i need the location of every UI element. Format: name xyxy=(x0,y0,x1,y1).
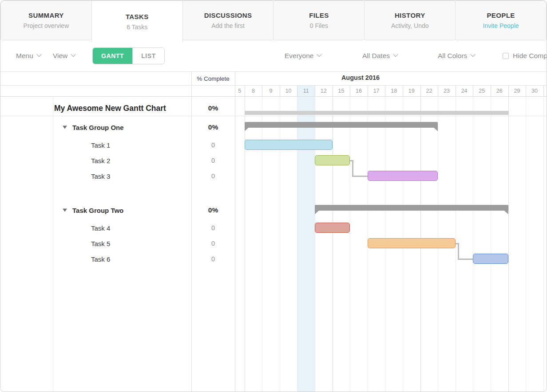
task-label: Task 6 xyxy=(91,255,110,263)
task-percent: 0 xyxy=(191,172,235,180)
gutter-divider xyxy=(53,96,53,392)
day-header-separator xyxy=(245,86,245,96)
tab-tasks-sublabel: 6 Tasks xyxy=(127,24,147,31)
day-header-10: 10 xyxy=(280,86,297,96)
project-row-divider xyxy=(0,116,547,116)
day-header-9: 9 xyxy=(262,86,280,96)
percent-complete-header: % Complete xyxy=(191,72,235,85)
colors-filter-dropdown[interactable]: All Colors xyxy=(438,52,475,60)
task-bar-task-3[interactable] xyxy=(368,171,438,181)
project-percent: 0% xyxy=(191,104,235,112)
tab-people[interactable]: PEOPLE Invite People xyxy=(455,0,547,40)
hide-completed-label: Hide Completed xyxy=(513,52,547,60)
day-header-separator xyxy=(438,86,438,96)
group-bracket-left xyxy=(315,211,319,214)
tab-files[interactable]: FILES 0 Files xyxy=(273,0,365,40)
task-label: Task 3 xyxy=(91,172,110,180)
day-header-separator xyxy=(543,86,544,96)
hide-completed-checkbox[interactable] xyxy=(503,53,509,59)
day-header-12: 12 xyxy=(315,86,333,96)
dependency-connector-vertical xyxy=(458,243,459,260)
task-label: Task 1 xyxy=(91,141,110,149)
toolbar: Menu View GANTT LIST Everyone All Dates … xyxy=(0,40,547,71)
day-header-separator xyxy=(473,86,473,96)
menu-dropdown-label: Menu xyxy=(16,52,33,60)
dependency-connector-horizontal xyxy=(352,176,368,177)
day-header-separator xyxy=(315,86,315,96)
task-bar-task-2[interactable] xyxy=(315,155,350,165)
menu-dropdown[interactable]: Menu xyxy=(16,52,41,60)
day-header-separator xyxy=(333,86,333,96)
gantt-view-button[interactable]: GANTT xyxy=(93,48,132,64)
day-header-separator xyxy=(491,86,491,96)
chevron-down-icon xyxy=(471,52,476,57)
month-header: August 2016 xyxy=(341,74,380,81)
day-header-30: 30 xyxy=(526,86,543,96)
day-header-29: 29 xyxy=(508,86,526,96)
day-header-24: 24 xyxy=(456,86,473,96)
day-gridline xyxy=(473,96,473,392)
people-filter-dropdown[interactable]: Everyone xyxy=(285,52,321,60)
tab-discussions[interactable]: DISCUSSIONS Add the first xyxy=(182,0,274,40)
group-label: Task Group One xyxy=(72,124,124,131)
collapse-group-icon[interactable] xyxy=(63,209,67,212)
view-dropdown[interactable]: View xyxy=(53,52,75,60)
day-header-separator xyxy=(262,86,262,96)
group-percent: 0% xyxy=(191,206,235,214)
dependency-connector-vertical xyxy=(352,161,353,177)
tab-history[interactable]: HISTORY Activity, Undo xyxy=(364,0,456,40)
weekend-gridline xyxy=(508,96,509,392)
tab-history-label: HISTORY xyxy=(395,12,425,19)
project-summary-bar[interactable] xyxy=(245,111,508,115)
tab-history-sublabel: Activity, Undo xyxy=(391,22,429,29)
chevron-down-icon xyxy=(36,52,41,57)
percent-column-divider xyxy=(235,72,235,392)
tab-summary[interactable]: SUMMARY Project overview xyxy=(0,0,92,40)
dates-divider xyxy=(0,96,547,97)
collapse-group-icon[interactable] xyxy=(63,126,67,129)
task-bar-task-4[interactable] xyxy=(315,223,350,233)
colors-filter-label: All Colors xyxy=(438,52,467,60)
tab-files-sublabel: 0 Files xyxy=(310,22,328,29)
group-summary-bar[interactable] xyxy=(245,122,438,128)
day-header-11: 11 xyxy=(297,86,315,96)
task-label: Task 5 xyxy=(91,240,110,247)
project-window: SUMMARY Project overview TASKS 6 Tasks D… xyxy=(0,0,547,392)
day-header-8: 8 xyxy=(245,86,262,96)
day-header-5: 5 xyxy=(235,86,245,96)
group-summary-bar[interactable] xyxy=(315,205,508,211)
chevron-down-icon xyxy=(71,52,76,57)
day-header-18: 18 xyxy=(385,86,403,96)
day-header-25: 25 xyxy=(473,86,491,96)
project-title: My Awesome New Gantt Chart xyxy=(54,104,166,113)
day-header-separator xyxy=(350,86,350,96)
task-label: Task 4 xyxy=(91,224,110,232)
day-header-separator xyxy=(403,86,403,96)
task-bar-task-6[interactable] xyxy=(473,254,508,264)
tab-summary-label: SUMMARY xyxy=(28,12,64,19)
day-header-separator xyxy=(456,86,456,96)
day-header-separator xyxy=(526,86,526,96)
task-bar-task-1[interactable] xyxy=(245,140,333,150)
day-header-23: 23 xyxy=(438,86,456,96)
dates-filter-dropdown[interactable]: All Dates xyxy=(362,52,397,60)
view-mode-toggle: GANTT LIST xyxy=(92,47,165,64)
tab-tasks[interactable]: TASKS 6 Tasks xyxy=(91,0,183,42)
tab-people-invite-link[interactable]: Invite People xyxy=(483,22,519,29)
day-header-separator xyxy=(385,86,385,96)
people-filter-label: Everyone xyxy=(285,52,313,60)
day-gridline xyxy=(543,96,544,392)
tab-tasks-label: TASKS xyxy=(126,13,149,20)
gantt-grid: % Complete August 2016 58910111215161718… xyxy=(0,71,547,392)
day-gridline xyxy=(456,96,456,392)
weekend-gridline xyxy=(333,96,333,392)
day-header-17: 17 xyxy=(368,86,385,96)
dates-filter-label: All Dates xyxy=(362,52,390,60)
day-header-19: 19 xyxy=(403,86,420,96)
task-bar-task-5[interactable] xyxy=(368,238,456,248)
tab-discussions-sublabel: Add the first xyxy=(211,22,245,29)
day-header-separator xyxy=(297,86,297,96)
tab-files-label: FILES xyxy=(309,12,329,19)
task-percent: 0 xyxy=(191,255,235,263)
list-view-button[interactable]: LIST xyxy=(132,48,164,64)
